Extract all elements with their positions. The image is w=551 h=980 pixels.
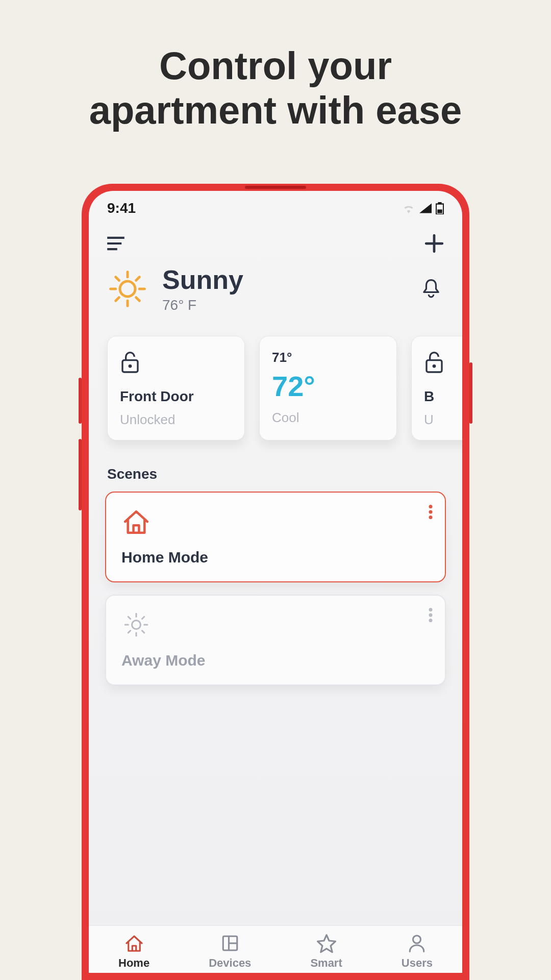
bell-icon <box>421 278 441 300</box>
nav-label: Smart <box>310 957 342 970</box>
notifications-button[interactable] <box>421 278 444 300</box>
svg-point-21 <box>429 505 433 508</box>
svg-point-27 <box>132 621 141 629</box>
phone-frame: 9:41 <box>82 184 469 980</box>
scene-card-away-mode[interactable]: Away Mode <box>105 595 446 685</box>
svg-point-26 <box>429 619 433 622</box>
thermostat-current: 71° <box>272 350 384 365</box>
status-icons <box>402 202 444 214</box>
svg-line-35 <box>142 617 144 619</box>
scene-name: Home Mode <box>121 549 430 566</box>
status-time: 9:41 <box>107 200 136 216</box>
wifi-icon <box>402 203 415 213</box>
nav-devices[interactable]: Devices <box>209 933 251 970</box>
svg-line-32 <box>128 617 130 619</box>
marketing-headline: Control your apartment with ease <box>0 43 551 133</box>
cellular-icon <box>419 203 432 213</box>
svg-point-18 <box>129 364 132 368</box>
nav-label: Users <box>402 957 433 970</box>
svg-line-15 <box>116 298 119 301</box>
svg-point-23 <box>429 516 433 519</box>
user-icon <box>407 933 427 953</box>
nav-users[interactable]: Users <box>402 933 433 970</box>
svg-point-8 <box>120 281 135 297</box>
plus-icon <box>424 234 444 253</box>
svg-point-25 <box>429 614 433 617</box>
svg-line-16 <box>136 277 140 281</box>
app-header <box>89 222 462 258</box>
card-title: Front Door <box>120 388 232 405</box>
sun-outline-icon <box>121 610 151 640</box>
svg-point-39 <box>413 936 421 943</box>
svg-rect-2 <box>437 209 442 213</box>
home-icon <box>124 933 144 953</box>
status-bar: 9:41 <box>89 191 462 222</box>
weather-temperature: 76° F <box>162 297 243 313</box>
card-subtitle: Unlocked <box>120 412 232 428</box>
device-card-thermostat[interactable]: 71° 72° Cool <box>259 336 397 440</box>
star-icon <box>316 933 337 953</box>
add-button[interactable] <box>424 234 444 253</box>
bottom-nav: Home Devices Smart Users <box>89 925 462 973</box>
nav-label: Devices <box>209 957 251 970</box>
nav-smart[interactable]: Smart <box>310 933 342 970</box>
phone-side-button <box>469 362 472 424</box>
card-subtitle: U <box>424 412 462 428</box>
device-cards-row[interactable]: Front Door Unlocked 71° 72° Cool B U <box>89 326 462 456</box>
weather-condition: Sunny <box>162 264 243 295</box>
nav-label: Home <box>118 957 149 970</box>
headline-line2: apartment with ease <box>89 88 462 132</box>
svg-line-34 <box>128 630 130 632</box>
svg-line-13 <box>116 277 119 281</box>
svg-point-20 <box>433 364 436 368</box>
scene-card-home-mode[interactable]: Home Mode <box>105 492 446 582</box>
device-card-partial[interactable]: B U <box>411 336 462 440</box>
card-title: B <box>424 388 462 405</box>
more-vertical-icon <box>429 505 433 519</box>
weather-summary: Sunny 76° F <box>89 258 462 326</box>
thermostat-setpoint: 72° <box>272 370 384 403</box>
device-card-front-door[interactable]: Front Door Unlocked <box>107 336 245 440</box>
sun-icon <box>107 268 148 309</box>
scene-more-button[interactable] <box>429 505 433 519</box>
svg-line-14 <box>136 298 140 301</box>
unlock-icon <box>424 350 444 374</box>
grid-icon <box>220 933 240 953</box>
scenes-section-title: Scenes <box>89 456 462 492</box>
home-icon <box>121 507 151 536</box>
headline-line1: Control your <box>159 44 392 87</box>
scene-name: Away Mode <box>121 652 430 669</box>
more-vertical-icon <box>429 608 433 622</box>
app-screen: 9:41 <box>89 191 462 973</box>
svg-line-33 <box>142 630 144 632</box>
card-subtitle: Cool <box>272 410 384 426</box>
svg-point-22 <box>429 510 433 514</box>
battery-icon <box>436 202 444 214</box>
unlock-icon <box>120 350 140 374</box>
nav-home[interactable]: Home <box>118 933 149 970</box>
scene-more-button[interactable] <box>429 608 433 622</box>
weather-text: Sunny 76° F <box>162 264 243 313</box>
menu-icon <box>107 236 124 251</box>
menu-button[interactable] <box>107 236 124 251</box>
phone-speaker <box>245 186 306 189</box>
svg-point-24 <box>429 608 433 611</box>
